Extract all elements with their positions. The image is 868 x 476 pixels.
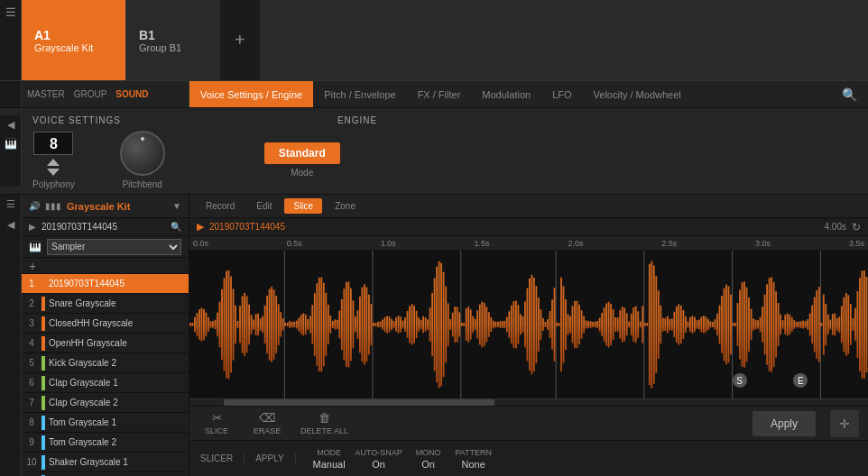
add-tab-button[interactable]: + [220, 0, 260, 80]
list-item[interactable]: 8 Tom Grayscale 1 [22, 413, 189, 433]
polyphony-down-arrow[interactable] [47, 169, 60, 176]
arrow-left-icon[interactable]: ◀ [7, 219, 14, 231]
left-arrow-icon[interactable]: ◀ [7, 119, 14, 131]
list-item[interactable]: 3 ClosedHH Grayscale [22, 314, 189, 334]
sampler-select[interactable]: Sampler [47, 239, 181, 255]
slicer-tab-edit[interactable]: Edit [247, 198, 281, 214]
tab-b1[interactable]: B1 Group B1 [125, 0, 220, 80]
svg-rect-271 [787, 314, 789, 336]
delete-all-tool-button[interactable]: 🗑 DELETE ALL [300, 411, 349, 435]
pattern-setting[interactable]: PATTERN None [451, 448, 496, 470]
waveform-scrollbar[interactable] [189, 398, 868, 406]
tab-velocity-modwheel[interactable]: Velocity / Modwheel [583, 81, 692, 107]
svg-rect-66 [323, 283, 325, 366]
svg-rect-134 [476, 310, 478, 338]
tab-a1[interactable]: A1 Grayscale Kit [22, 0, 125, 80]
piano-icon: 🎹 [5, 138, 17, 150]
ruler-mark-7: 3.5s [849, 239, 864, 248]
autosnap-val: On [372, 459, 385, 470]
mono-setting[interactable]: MONO On [406, 448, 451, 470]
svg-rect-126 [458, 313, 460, 337]
autosnap-setting[interactable]: AUTO-SNAP On [352, 448, 406, 470]
list-item[interactable]: 1 20190703T144045 [22, 274, 189, 294]
tab-fx-filter[interactable]: FX / Filter [407, 81, 472, 107]
slice-tool-button[interactable]: ✂ SLICE [199, 411, 235, 435]
svg-rect-54 [296, 321, 298, 329]
list-item[interactable]: 4 OpenHH Grayscale [22, 334, 189, 353]
svg-rect-77 [348, 282, 350, 368]
svg-rect-182 [586, 320, 587, 328]
hamburger-icon[interactable]: ☰ [6, 198, 15, 210]
svg-rect-135 [479, 305, 481, 345]
play-icon-small[interactable]: ▶ [29, 222, 36, 232]
list-item[interactable]: 6 Clap Grayscale 1 [22, 373, 189, 393]
svg-rect-89 [375, 323, 377, 326]
master-tab[interactable]: MASTER [27, 89, 65, 99]
slicer-tab-zone[interactable]: Zone [326, 198, 365, 214]
svg-rect-179 [578, 305, 580, 344]
sound-tab[interactable]: SOUND [115, 89, 148, 99]
add-track-button[interactable]: + [29, 259, 36, 273]
svg-rect-175 [569, 316, 571, 334]
group-tab[interactable]: GROUP [74, 89, 107, 99]
svg-rect-110 [422, 316, 424, 334]
erase-tool-button[interactable]: ⌫ ERASE [249, 411, 285, 435]
track-color-bar [42, 297, 45, 311]
svg-rect-295 [841, 307, 843, 343]
track-name: OpenHH Grayscale [49, 338, 185, 348]
tab-pitch-envelope[interactable]: Pitch / Envelope [313, 81, 407, 107]
svg-rect-210 [649, 264, 651, 385]
slicer-tab-slice[interactable]: Slice [284, 198, 322, 214]
svg-rect-209 [646, 323, 648, 326]
track-number: 8 [22, 417, 42, 427]
svg-rect-202 [631, 314, 633, 335]
svg-rect-115 [434, 279, 436, 371]
track-name: Tom Grayscale 2 [49, 437, 185, 447]
svg-rect-117 [439, 261, 440, 389]
list-item[interactable]: 7 Clap Grayscale 2 [22, 393, 189, 413]
waveform-play-icon[interactable]: ▶ [197, 221, 204, 233]
ruler-mark-3: 1.5s [475, 239, 490, 248]
tab-voice-settings[interactable]: Voice Settings / Engine [189, 81, 313, 107]
tab-modulation[interactable]: Modulation [471, 81, 541, 107]
list-item[interactable]: 11 Shaker Grayscale 2 [22, 472, 189, 476]
list-item[interactable]: 2 Snare Grayscale [22, 294, 189, 314]
svg-rect-28 [237, 321, 239, 328]
polyphony-up-arrow[interactable] [47, 159, 60, 166]
svg-rect-63 [316, 283, 318, 366]
svg-rect-151 [515, 301, 517, 349]
list-item[interactable]: 5 Kick Grayscale 2 [22, 353, 189, 373]
svg-rect-131 [470, 309, 472, 339]
svg-rect-201 [628, 322, 630, 328]
search-icon-nav[interactable]: 🔍 [831, 87, 868, 102]
svg-rect-178 [577, 301, 578, 349]
svg-rect-283 [814, 298, 816, 352]
mode-setting[interactable]: MODE Manual [307, 448, 352, 470]
svg-rect-171 [560, 278, 562, 372]
mode-button[interactable]: Standard [264, 142, 340, 164]
slicer-tab-record[interactable]: Record [197, 198, 244, 214]
list-item[interactable]: 9 Tom Grayscale 2 [22, 433, 189, 453]
search-datetime-icon[interactable]: 🔍 [171, 222, 181, 232]
svg-rect-200 [626, 313, 628, 335]
svg-rect-128 [463, 323, 465, 326]
svg-rect-252 [743, 281, 745, 367]
svg-rect-139 [488, 312, 490, 337]
svg-rect-127 [461, 323, 463, 326]
piano-small-icon: 🎹 [29, 241, 42, 252]
svg-rect-42 [269, 289, 271, 361]
menu-icon[interactable]: ☰ [5, 5, 16, 19]
kit-dropdown-icon[interactable]: ▼ [172, 201, 181, 211]
list-item[interactable]: 10 Shaker Grayscale 1 [22, 453, 189, 472]
svg-rect-259 [760, 317, 762, 333]
apply-button[interactable]: Apply [753, 411, 816, 436]
svg-rect-78 [350, 288, 352, 362]
svg-rect-185 [592, 322, 594, 327]
pitchbend-knob[interactable] [120, 131, 165, 176]
svg-rect-61 [311, 305, 313, 344]
tab-lfo[interactable]: LFO [541, 81, 582, 107]
svg-rect-290 [829, 320, 831, 330]
track-color-bar [42, 416, 45, 430]
loop-icon[interactable]: ↻ [852, 221, 861, 233]
move-mode-button[interactable]: ✛ [830, 410, 859, 437]
